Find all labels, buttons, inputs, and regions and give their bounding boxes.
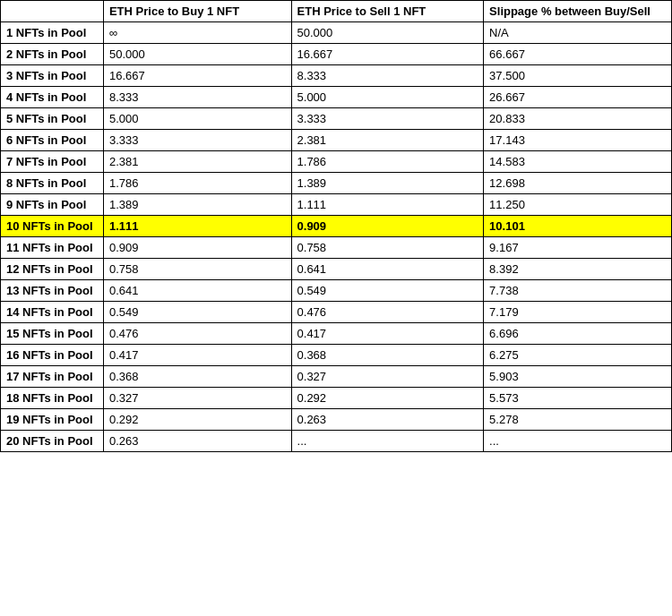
slippage: 17.143: [484, 130, 672, 151]
table-row: 9 NFTs in Pool1.3891.11111.250: [1, 194, 672, 216]
slippage: 5.278: [484, 409, 672, 431]
table-row: 1 NFTs in Pool∞50.000N/A: [1, 22, 672, 44]
pool-label: 17 NFTs in Pool: [1, 366, 104, 388]
buy-price: 3.333: [103, 130, 291, 151]
sell-price: 0.909: [291, 216, 484, 237]
table-row: 5 NFTs in Pool5.0003.33320.833: [1, 108, 672, 130]
table-row: 6 NFTs in Pool3.3332.38117.143: [1, 130, 672, 151]
table-row: 11 NFTs in Pool0.9090.7589.167: [1, 237, 672, 259]
buy-price: 2.381: [103, 151, 291, 173]
buy-price: 0.292: [103, 409, 291, 431]
slippage: N/A: [484, 22, 672, 44]
slippage: 7.738: [484, 280, 672, 302]
buy-price: 0.417: [103, 345, 291, 366]
sell-price: 3.333: [291, 108, 484, 130]
sell-price: 0.327: [291, 366, 484, 388]
buy-price: 50.000: [103, 44, 291, 65]
buy-price: 1.389: [103, 194, 291, 216]
pool-label: 13 NFTs in Pool: [1, 280, 104, 302]
slippage: ...: [484, 431, 672, 452]
buy-price: 8.333: [103, 87, 291, 108]
sell-price: 5.000: [291, 87, 484, 108]
slippage: 12.698: [484, 173, 672, 194]
pool-label: 9 NFTs in Pool: [1, 194, 104, 216]
slippage: 9.167: [484, 237, 672, 259]
pool-label: 16 NFTs in Pool: [1, 345, 104, 366]
slippage: 5.573: [484, 388, 672, 409]
header-slippage: Slippage % between Buy/Sell: [484, 1, 672, 22]
pool-label: 5 NFTs in Pool: [1, 108, 104, 130]
pool-label: 1 NFTs in Pool: [1, 22, 104, 44]
slippage: 14.583: [484, 151, 672, 173]
table-row: 12 NFTs in Pool0.7580.6418.392: [1, 259, 672, 280]
pool-label: 7 NFTs in Pool: [1, 151, 104, 173]
sell-price: 0.758: [291, 237, 484, 259]
buy-price: 0.327: [103, 388, 291, 409]
slippage: 5.903: [484, 366, 672, 388]
pool-label: 18 NFTs in Pool: [1, 388, 104, 409]
sell-price: 0.476: [291, 302, 484, 323]
sell-price: 50.000: [291, 22, 484, 44]
buy-price: 0.909: [103, 237, 291, 259]
sell-price: 8.333: [291, 65, 484, 87]
header-buy-price: ETH Price to Buy 1 NFT: [103, 1, 291, 22]
table-row: 8 NFTs in Pool1.7861.38912.698: [1, 173, 672, 194]
table-row: 17 NFTs in Pool0.3680.3275.903: [1, 366, 672, 388]
sell-price: 0.368: [291, 345, 484, 366]
sell-price: 0.417: [291, 323, 484, 345]
pool-label: 10 NFTs in Pool: [1, 216, 104, 237]
pool-label: 12 NFTs in Pool: [1, 259, 104, 280]
table-row: 18 NFTs in Pool0.3270.2925.573: [1, 388, 672, 409]
slippage: 66.667: [484, 44, 672, 65]
sell-price: ...: [291, 431, 484, 452]
sell-price: 0.549: [291, 280, 484, 302]
slippage: 6.696: [484, 323, 672, 345]
buy-price: ∞: [103, 22, 291, 44]
sell-price: 0.292: [291, 388, 484, 409]
slippage: 20.833: [484, 108, 672, 130]
sell-price: 2.381: [291, 130, 484, 151]
table-row: 14 NFTs in Pool0.5490.4767.179: [1, 302, 672, 323]
pool-label: 6 NFTs in Pool: [1, 130, 104, 151]
slippage: 8.392: [484, 259, 672, 280]
table-row: 4 NFTs in Pool8.3335.00026.667: [1, 87, 672, 108]
pool-label: 19 NFTs in Pool: [1, 409, 104, 431]
sell-price: 16.667: [291, 44, 484, 65]
sell-price: 1.786: [291, 151, 484, 173]
pool-label: 11 NFTs in Pool: [1, 237, 104, 259]
slippage: 37.500: [484, 65, 672, 87]
slippage: 26.667: [484, 87, 672, 108]
pool-label: 14 NFTs in Pool: [1, 302, 104, 323]
buy-price: 16.667: [103, 65, 291, 87]
sell-price: 0.641: [291, 259, 484, 280]
table-row: 2 NFTs in Pool50.00016.66766.667: [1, 44, 672, 65]
table-row: 10 NFTs in Pool1.1110.90910.101: [1, 216, 672, 237]
buy-price: 0.476: [103, 323, 291, 345]
pool-label: 2 NFTs in Pool: [1, 44, 104, 65]
sell-price: 1.111: [291, 194, 484, 216]
table-row: 16 NFTs in Pool0.4170.3686.275: [1, 345, 672, 366]
buy-price: 0.758: [103, 259, 291, 280]
nft-price-table: ETH Price to Buy 1 NFT ETH Price to Sell…: [0, 0, 672, 452]
slippage: 10.101: [484, 216, 672, 237]
table-row: 3 NFTs in Pool16.6678.33337.500: [1, 65, 672, 87]
buy-price: 1.786: [103, 173, 291, 194]
buy-price: 0.263: [103, 431, 291, 452]
slippage: 11.250: [484, 194, 672, 216]
pool-label: 4 NFTs in Pool: [1, 87, 104, 108]
buy-price: 5.000: [103, 108, 291, 130]
buy-price: 0.368: [103, 366, 291, 388]
buy-price: 1.111: [103, 216, 291, 237]
pool-label: 8 NFTs in Pool: [1, 173, 104, 194]
pool-label: 15 NFTs in Pool: [1, 323, 104, 345]
buy-price: 0.549: [103, 302, 291, 323]
header-sell-price: ETH Price to Sell 1 NFT: [291, 1, 484, 22]
buy-price: 0.641: [103, 280, 291, 302]
slippage: 6.275: [484, 345, 672, 366]
table-row: 19 NFTs in Pool0.2920.2635.278: [1, 409, 672, 431]
table-row: 20 NFTs in Pool0.263......: [1, 431, 672, 452]
sell-price: 1.389: [291, 173, 484, 194]
pool-label: 20 NFTs in Pool: [1, 431, 104, 452]
sell-price: 0.263: [291, 409, 484, 431]
table-row: 15 NFTs in Pool0.4760.4176.696: [1, 323, 672, 345]
